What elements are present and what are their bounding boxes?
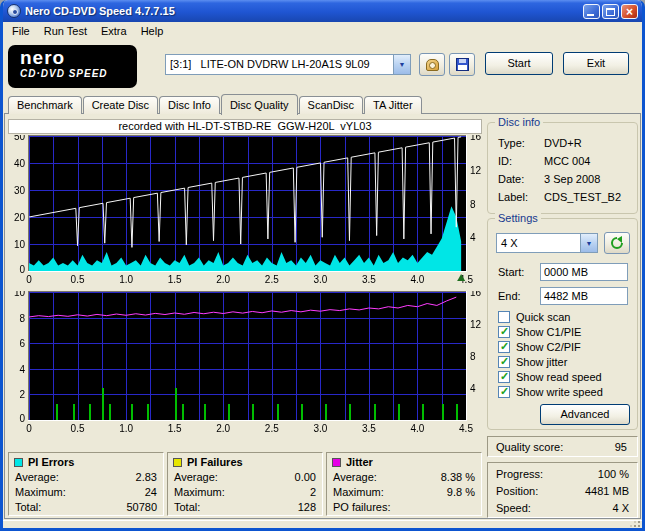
disc-info-row: Date:3 Sep 2008 <box>498 173 631 187</box>
jitter-swatch <box>332 458 341 467</box>
stat-row: Average:0.00 <box>174 471 316 484</box>
disc-info-row: ID:MCC 004 <box>498 155 631 169</box>
checkbox-box[interactable] <box>498 386 510 398</box>
app-icon <box>7 4 21 18</box>
maximize-icon <box>606 8 615 16</box>
save-icon <box>456 58 469 71</box>
disc-info-group: Disc info Type:DVD+R ID:MCC 004 Date:3 S… <box>487 122 638 214</box>
stat-row: PO failures: <box>333 501 475 514</box>
checkbox-box[interactable] <box>498 341 510 353</box>
refresh-icon <box>609 235 625 251</box>
advanced-button[interactable]: Advanced <box>540 404 630 425</box>
drive-selector-value: [3:1] LITE-ON DVDRW LH-20A1S 9L09 <box>166 55 393 74</box>
close-button[interactable]: × <box>621 4 638 19</box>
pi-failures-swatch <box>173 458 182 467</box>
toolbar: nero CD·DVD SPEED [3:1] LITE-ON DVDRW LH… <box>3 41 642 93</box>
recorded-with-label: recorded with HL-DT-STBD-RE GGW-H20L vYL… <box>8 119 482 134</box>
tab-disc-quality[interactable]: Disc Quality <box>221 94 298 115</box>
options-button[interactable] <box>419 53 445 76</box>
pi-failures-panel: PI Failures Average:0.00 Maximum:2 Total… <box>167 452 323 516</box>
end-field[interactable] <box>540 287 628 305</box>
pi-failures-title: PI Failures <box>187 456 243 468</box>
title-bar: Nero CD-DVD Speed 4.7.7.15 × <box>3 0 642 22</box>
pi-errors-title: PI Errors <box>28 456 74 468</box>
end-field-row: End: <box>498 287 628 305</box>
scan-speed-value: 4 X <box>497 234 580 252</box>
disc-info-group-title: Disc info <box>495 116 543 128</box>
exit-button[interactable]: Exit <box>563 52 629 75</box>
start-field-label: Start: <box>498 266 524 278</box>
maximize-button[interactable] <box>602 4 619 19</box>
stat-row: Total:50780 <box>15 501 157 514</box>
tab-scandisc[interactable]: ScanDisc <box>299 96 363 114</box>
jitter-panel: Jitter Average:8.38 % Maximum:9.8 % PO f… <box>326 452 482 516</box>
tab-create-disc[interactable]: Create Disc <box>83 96 158 114</box>
drive-selector[interactable]: [3:1] LITE-ON DVDRW LH-20A1S 9L09 ▼ <box>165 54 411 75</box>
stat-row: Average:2.83 <box>15 471 157 484</box>
checkbox-show-c2-pif[interactable]: Show C2/PIF <box>498 341 633 355</box>
tab-ta-jitter[interactable]: TA Jitter <box>364 96 422 114</box>
start-button[interactable]: Start <box>485 52 553 75</box>
settings-group-title: Settings <box>495 212 541 224</box>
checkbox-show-write-speed[interactable]: Show write speed <box>498 386 633 400</box>
nero-logo-text: nero <box>20 48 137 67</box>
stat-row: Maximum:2 <box>174 486 316 499</box>
checkbox-box[interactable] <box>498 356 510 368</box>
menu-item-file[interactable]: File <box>5 23 37 40</box>
checkbox-show-c1-pie[interactable]: Show C1/PIE <box>498 326 633 340</box>
checkbox-show-jitter[interactable]: Show jitter <box>498 356 633 370</box>
cd-dvd-speed-logo-text: CD·DVD SPEED <box>20 68 137 79</box>
refresh-button[interactable] <box>604 232 630 254</box>
chevron-down-icon[interactable]: ▼ <box>393 55 410 74</box>
jitter-title: Jitter <box>346 456 373 468</box>
pi-errors-swatch <box>14 458 23 467</box>
checkbox-show-read-speed[interactable]: Show read speed <box>498 371 633 385</box>
position-row: Position:4481 MB <box>496 485 629 499</box>
pi-errors-chart-canvas <box>6 135 486 287</box>
disc-info-row: Label:CDS_TEST_B2 <box>498 191 631 205</box>
checkbox-box[interactable] <box>498 326 510 338</box>
status-bar <box>3 520 642 528</box>
stat-row: Maximum:9.8 % <box>333 486 475 499</box>
checkbox-quick-scan[interactable]: Quick scan <box>498 311 633 325</box>
tab-disc-info[interactable]: Disc Info <box>159 96 220 114</box>
pi-errors-panel: PI Errors Average:2.83 Maximum:24 Total:… <box>8 452 164 516</box>
app-window: Nero CD-DVD Speed 4.7.7.15 × File Run Te… <box>0 0 645 531</box>
progress-row: Progress:100 % <box>496 468 629 482</box>
quality-score-box: Quality score: 95 <box>487 436 638 457</box>
menu-item-extra[interactable]: Extra <box>94 23 134 40</box>
scan-speed-selector[interactable]: 4 X ▼ <box>496 233 598 253</box>
tab-benchmark[interactable]: Benchmark <box>8 96 82 114</box>
menu-bar: File Run Test Extra Help <box>3 22 642 41</box>
minimize-button[interactable] <box>583 4 600 19</box>
disc-info-row: Type:DVD+R <box>498 137 631 151</box>
end-field-label: End: <box>498 290 521 302</box>
jitter-chart-canvas <box>6 291 486 436</box>
stat-row: Total:128 <box>174 501 316 514</box>
quality-score-value: 95 <box>615 441 627 453</box>
save-button[interactable] <box>449 53 475 76</box>
checkbox-box[interactable] <box>498 371 510 383</box>
hand-icon <box>426 59 439 71</box>
tab-bar: Benchmark Create Disc Disc Info Disc Qua… <box>8 93 423 114</box>
progress-box: Progress:100 % Position:4481 MB Speed:4 … <box>487 462 638 518</box>
speed-row: Speed:4 X <box>496 502 629 516</box>
settings-group: Settings 4 X ▼ Start: End: Quick scan Sh… <box>487 218 638 430</box>
menu-item-run-test[interactable]: Run Test <box>37 23 94 40</box>
stat-row: Maximum:24 <box>15 486 157 499</box>
resize-grip[interactable] <box>629 520 642 528</box>
stat-row: Average:8.38 % <box>333 471 475 484</box>
start-field[interactable] <box>540 263 628 281</box>
window-title: Nero CD-DVD Speed 4.7.7.15 <box>25 5 581 17</box>
chevron-down-icon[interactable]: ▼ <box>580 234 597 252</box>
checkbox-box[interactable] <box>498 311 510 323</box>
nero-logo: nero CD·DVD SPEED <box>8 45 137 88</box>
disc-quality-panel: recorded with HL-DT-STBD-RE GGW-H20L vYL… <box>4 113 641 519</box>
quality-score-label: Quality score: <box>496 441 563 453</box>
start-field-row: Start: <box>498 263 628 281</box>
minimize-icon <box>587 14 594 16</box>
menu-item-help[interactable]: Help <box>134 23 171 40</box>
close-icon: × <box>622 5 637 18</box>
